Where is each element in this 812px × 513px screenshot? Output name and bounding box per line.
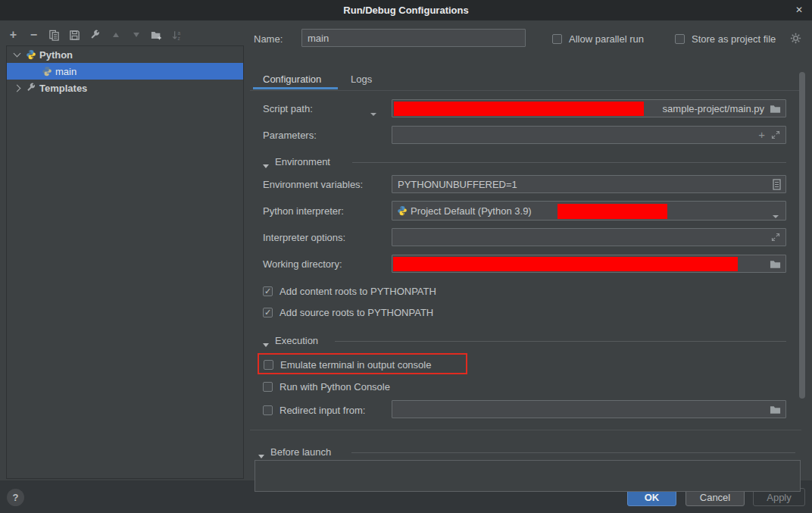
- move-up-button[interactable]: [110, 30, 121, 41]
- minus-icon: −: [30, 30, 37, 40]
- add-source-roots-checkbox[interactable]: ✓: [263, 308, 273, 317]
- close-icon[interactable]: ✕: [792, 3, 806, 17]
- svg-text:a: a: [177, 30, 180, 36]
- wrench-icon: [89, 30, 101, 41]
- save-configuration-button[interactable]: [69, 30, 80, 41]
- tree-item-python-label: Python: [39, 49, 73, 61]
- script-path-input[interactable]: sample-project/main.py: [392, 99, 786, 117]
- browse-folder-icon[interactable]: [770, 103, 782, 114]
- working-directory-label: Working directory:: [263, 258, 342, 270]
- copy-configuration-button[interactable]: [48, 30, 60, 41]
- tab-logs[interactable]: Logs: [351, 74, 372, 85]
- run-python-console-checkbox[interactable]: [263, 382, 273, 392]
- configurations-tree: Python main Templates: [6, 45, 244, 479]
- env-vars-value: PYTHONUNBUFFERED=1: [398, 179, 517, 190]
- add-content-roots-label: Add content roots to PYTHONPATH: [280, 286, 436, 297]
- move-down-button[interactable]: [130, 30, 142, 41]
- vertical-scrollbar[interactable]: [799, 72, 805, 399]
- python-icon: [397, 205, 408, 216]
- help-button[interactable]: ?: [7, 489, 24, 506]
- triangle-down-icon: [263, 164, 269, 168]
- tree-item-main-label: main: [55, 66, 77, 77]
- name-input[interactable]: main: [301, 29, 526, 47]
- redirect-input-checkbox[interactable]: [263, 405, 273, 415]
- tab-configuration[interactable]: Configuration: [263, 74, 321, 85]
- sort-az-icon: az: [171, 30, 183, 41]
- before-launch-section-toggle[interactable]: [258, 449, 264, 461]
- redirect-input-row: Redirect input from:: [263, 404, 365, 416]
- edit-templates-button[interactable]: [89, 30, 101, 41]
- run-python-console-row: Run with Python Console: [263, 380, 390, 393]
- dropdown-arrow-icon: [370, 113, 376, 116]
- folder-add-icon: [151, 30, 162, 41]
- remove-configuration-button[interactable]: −: [28, 30, 39, 41]
- triangle-down-icon: [263, 343, 269, 347]
- store-as-project-file-checkbox[interactable]: [675, 34, 685, 44]
- browse-folder-icon[interactable]: [770, 258, 782, 270]
- chevron-down-icon[interactable]: [14, 50, 21, 58]
- svg-text:z: z: [177, 36, 180, 41]
- add-configuration-button[interactable]: +: [8, 30, 19, 41]
- interpreter-label: Python interpreter:: [263, 205, 344, 217]
- env-vars-input[interactable]: PYTHONUNBUFFERED=1: [392, 175, 786, 193]
- browse-folder-icon[interactable]: [770, 404, 782, 415]
- save-icon: [69, 30, 80, 41]
- section-divider: [351, 452, 795, 453]
- interpreter-options-input[interactable]: [392, 228, 786, 246]
- redaction-block: [393, 257, 738, 271]
- emulate-terminal-checkbox[interactable]: [264, 360, 273, 370]
- working-directory-input[interactable]: [392, 255, 786, 273]
- arrow-up-icon: [113, 33, 119, 37]
- configurations-toolbar: + − az: [8, 28, 183, 42]
- combobox-arrow-icon[interactable]: [773, 209, 779, 221]
- add-source-roots-row: ✓ Add source roots to PYTHONPATH: [263, 306, 433, 318]
- tabs-separator: [250, 90, 801, 91]
- parameters-input[interactable]: +: [392, 126, 786, 144]
- copy-icon: [48, 30, 60, 41]
- interpreter-value: Project Default (Python 3.9): [411, 205, 532, 217]
- content-pane-border: [250, 430, 801, 430]
- emulate-terminal-row: Emulate terminal in output console: [264, 358, 431, 371]
- tree-item-templates[interactable]: Templates: [7, 80, 243, 96]
- script-path-label: Script path:: [263, 103, 313, 114]
- titlebar: Run/Debug Configurations ✕: [0, 0, 812, 20]
- tree-item-templates-label: Templates: [39, 83, 87, 94]
- parameters-label: Parameters:: [263, 130, 317, 141]
- add-content-roots-checkbox[interactable]: ✓: [263, 286, 273, 296]
- create-folder-button[interactable]: [151, 30, 162, 41]
- store-settings-gear-icon[interactable]: [790, 33, 801, 44]
- interpreter-combobox[interactable]: Project Default (Python 3.9): [392, 201, 786, 221]
- allow-parallel-run-checkbox[interactable]: [552, 34, 562, 44]
- script-path-value: sample-project/main.py: [663, 103, 764, 114]
- store-as-project-file-label: Store as project file: [692, 33, 776, 45]
- add-macro-icon[interactable]: +: [758, 128, 765, 141]
- expand-field-icon[interactable]: [771, 233, 780, 242]
- dialog-title: Run/Debug Configurations: [343, 5, 468, 16]
- redirect-input-label: Redirect input from:: [280, 405, 365, 416]
- tree-item-main[interactable]: main: [7, 63, 243, 80]
- redirect-input-file-input[interactable]: [392, 400, 786, 418]
- redaction-block: [557, 204, 667, 219]
- allow-parallel-run-label: Allow parallel run: [569, 33, 644, 45]
- section-divider: [335, 341, 786, 342]
- before-launch-task-list[interactable]: [255, 460, 801, 492]
- environment-section-toggle[interactable]: [263, 159, 269, 170]
- plus-icon: +: [10, 30, 17, 40]
- triangle-down-icon: [258, 455, 264, 458]
- allow-parallel-run-row: Allow parallel run: [552, 33, 644, 45]
- before-launch-section-label: Before launch: [270, 446, 331, 458]
- chevron-right-icon[interactable]: [14, 84, 21, 92]
- interpreter-options-label: Interpreter options:: [263, 232, 345, 243]
- templates-wrench-icon: [26, 83, 36, 93]
- emulate-terminal-label: Emulate terminal in output console: [280, 359, 431, 371]
- execution-section-toggle[interactable]: [263, 338, 269, 349]
- sort-configurations-button[interactable]: az: [171, 30, 183, 41]
- python-script-icon: [42, 66, 52, 77]
- store-as-project-file-row: Store as project file: [675, 33, 776, 45]
- tree-item-python[interactable]: Python: [7, 46, 243, 63]
- browse-variables-icon[interactable]: [773, 179, 781, 190]
- environment-section-label: Environment: [275, 156, 330, 167]
- expand-field-icon[interactable]: [771, 130, 780, 139]
- execution-section-label: Execution: [275, 335, 318, 346]
- script-path-type-dropdown[interactable]: [370, 107, 376, 118]
